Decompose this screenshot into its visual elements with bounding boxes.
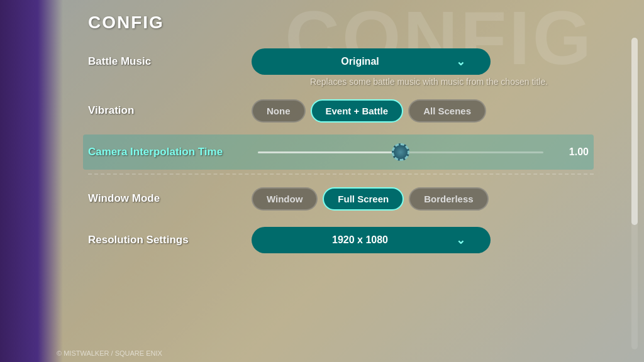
camera-interpolation-controls: 1.00 (252, 146, 589, 158)
section-divider (88, 173, 594, 175)
camera-interpolation-label: Camera Interpolation Time (88, 146, 252, 158)
vibration-controls: None Event + Battle All Scenes (252, 99, 606, 123)
config-panel: CONFIG Battle Music Original ⌄ Replaces … (50, 0, 644, 362)
spacer2 (88, 128, 606, 134)
battle-music-value: Original (270, 56, 450, 67)
vibration-label: Vibration (88, 104, 252, 117)
camera-interpolation-value: 1.00 (557, 146, 589, 158)
copyright-text: © MISTWALKER / SQUARE ENIX (57, 349, 162, 357)
resolution-label: Resolution Settings (88, 234, 252, 246)
resolution-row: Resolution Settings 1920 x 1080 ⌄ (88, 222, 606, 258)
window-mode-btn-group: Window Full Screen Borderless (252, 187, 489, 211)
resolution-controls: 1920 x 1080 ⌄ (252, 227, 606, 253)
window-mode-btn-window[interactable]: Window (252, 187, 318, 211)
vibration-btn-none[interactable]: None (252, 99, 306, 123)
window-mode-row: Window Mode Window Full Screen Borderles… (88, 181, 606, 216)
battle-music-controls: Original ⌄ (252, 48, 606, 75)
vibration-row: Vibration None Event + Battle All Scenes (88, 93, 606, 128)
battle-music-dropdown[interactable]: Original ⌄ (252, 48, 491, 75)
resolution-dropdown[interactable]: 1920 x 1080 ⌄ (252, 227, 491, 253)
window-mode-label: Window Mode (88, 192, 252, 205)
window-mode-btn-fullscreen[interactable]: Full Screen (323, 187, 404, 211)
vibration-btn-all-scenes[interactable]: All Scenes (408, 99, 486, 123)
slider-fill (258, 151, 401, 153)
slider-thumb[interactable] (392, 143, 409, 161)
window-mode-controls: Window Full Screen Borderless (252, 187, 606, 211)
resolution-value: 1920 x 1080 (270, 234, 450, 246)
vibration-btn-group: None Event + Battle All Scenes (252, 99, 486, 123)
spacer4 (88, 216, 606, 222)
battle-music-description: Replaces some battle music with music fr… (88, 77, 606, 87)
camera-interpolation-slider[interactable] (258, 151, 543, 153)
scrollbar-thumb[interactable] (631, 38, 638, 225)
window-mode-btn-borderless[interactable]: Borderless (409, 187, 488, 211)
scrollbar[interactable] (631, 38, 638, 349)
battle-music-arrow-icon: ⌄ (456, 55, 465, 69)
resolution-arrow-icon: ⌄ (456, 233, 465, 247)
camera-interpolation-row: Camera Interpolation Time 1.00 (83, 134, 594, 170)
battle-music-label: Battle Music (88, 55, 252, 68)
vibration-btn-event-battle[interactable]: Event + Battle (311, 99, 404, 123)
page-title: CONFIG (88, 13, 606, 33)
battle-music-row: Battle Music Original ⌄ (88, 44, 606, 79)
